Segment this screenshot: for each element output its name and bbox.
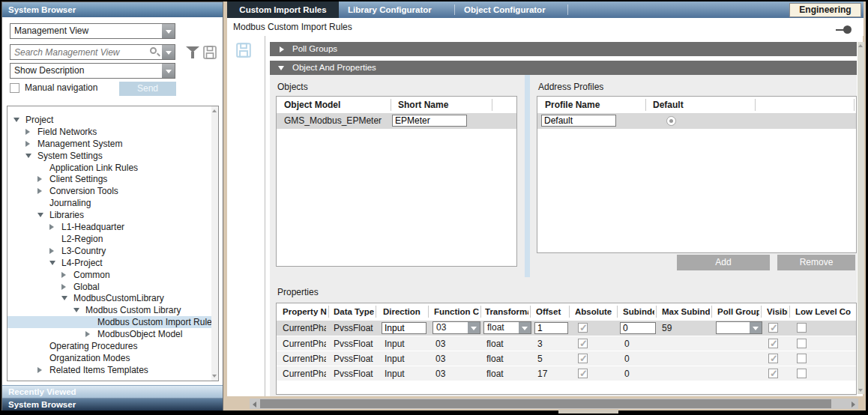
collapse-arrow-icon[interactable]: [37, 188, 42, 194]
scroll-left-icon[interactable]: [253, 402, 256, 408]
expand-arrow-icon[interactable]: [73, 308, 79, 312]
scroll-right-icon[interactable]: [852, 402, 855, 408]
chevron-down-icon[interactable]: [468, 322, 480, 333]
low-level-checkbox[interactable]: [797, 323, 807, 333]
scroll-up-icon[interactable]: [858, 44, 863, 47]
tree-item[interactable]: Global: [7, 281, 218, 293]
tree-item[interactable]: Operating Procedures: [7, 340, 218, 352]
chevron-down-icon[interactable]: [162, 64, 175, 78]
property-row[interactable]: CurrentPha PvssFloat Input 03 float 5 0: [277, 351, 856, 366]
search-input[interactable]: [11, 46, 146, 58]
remove-button[interactable]: Remove: [777, 255, 855, 270]
vertical-scrollbar[interactable]: [858, 42, 864, 394]
description-selector-dropdown[interactable]: Show Description: [10, 63, 175, 79]
short-name-input[interactable]: [392, 115, 467, 127]
absolute-checkbox[interactable]: [578, 339, 588, 348]
expand-arrow-icon[interactable]: [13, 118, 19, 122]
absolute-checkbox[interactable]: [578, 369, 588, 378]
expand-arrow-icon[interactable]: [25, 154, 31, 158]
system-browser-bar[interactable]: System Browser: [2, 398, 223, 411]
chevron-down-icon[interactable]: [519, 322, 531, 333]
tree-item[interactable]: Project: [7, 114, 218, 126]
function-code-dropdown[interactable]: 03: [433, 321, 480, 334]
collapse-arrow-icon[interactable]: [25, 129, 30, 135]
tab-custom-import-rules[interactable]: Custom Import Rules: [227, 1, 339, 18]
tree-item[interactable]: Related Items Templates: [7, 364, 218, 376]
property-row-selected[interactable]: CurrentPha PvssFloat 03 float: [277, 321, 856, 336]
manual-navigation-checkbox[interactable]: [10, 83, 19, 93]
tree-item-selected[interactable]: Modbus Custom Import Rules: [7, 316, 218, 328]
tree-item[interactable]: L1-Headquarter: [7, 221, 218, 233]
section-poll-groups[interactable]: Poll Groups: [270, 42, 857, 56]
tree-item[interactable]: Journaling: [7, 197, 218, 209]
property-row[interactable]: CurrentPha PvssFloat Input 03 float 17 0: [277, 366, 856, 381]
tree-item[interactable]: ModbusCustomLibrary: [7, 292, 218, 304]
low-level-checkbox[interactable]: [797, 339, 807, 348]
collapse-arrow-icon[interactable]: [49, 224, 54, 230]
search-icon[interactable]: [150, 47, 157, 54]
collapse-arrow-icon[interactable]: [25, 141, 30, 147]
collapse-arrow-icon[interactable]: [37, 367, 42, 373]
scroll-down-icon[interactable]: [212, 375, 217, 378]
chevron-down-icon[interactable]: [750, 322, 762, 333]
tree-item[interactable]: Modbus Custom Library: [7, 304, 218, 316]
tree-item[interactable]: Organization Modes: [7, 352, 218, 364]
search-chevron-down-icon[interactable]: [162, 45, 175, 59]
visibility-checkbox[interactable]: [768, 339, 778, 348]
default-profile-radio[interactable]: [666, 116, 676, 126]
collapse-arrow-icon[interactable]: [85, 331, 90, 337]
collapse-arrow-icon[interactable]: [61, 284, 66, 290]
send-button[interactable]: Send: [119, 82, 176, 96]
section-object-and-properties[interactable]: Object And Properties: [270, 61, 857, 75]
pin-icon[interactable]: [843, 25, 852, 34]
property-row[interactable]: CurrentPha PvssFloat Input 03 float 3 0: [277, 336, 856, 351]
expand-arrow-icon[interactable]: [278, 66, 284, 70]
tree-item[interactable]: L2-Region: [7, 233, 218, 245]
tree-item[interactable]: Field Networks: [7, 126, 218, 138]
profile-name-input[interactable]: [541, 115, 616, 127]
tree-item[interactable]: Management System: [7, 138, 218, 150]
subindex-input[interactable]: [620, 322, 656, 334]
collapse-arrow-icon[interactable]: [37, 176, 42, 182]
tree-item[interactable]: ModbusObject Model: [7, 328, 218, 340]
transformation-dropdown[interactable]: float: [483, 321, 531, 334]
offset-input[interactable]: [534, 322, 568, 334]
absolute-checkbox[interactable]: [578, 354, 588, 363]
absolute-checkbox[interactable]: [578, 323, 588, 333]
scrollbar-thumb[interactable]: [260, 399, 831, 408]
tree-item[interactable]: Common: [7, 269, 218, 281]
collapse-arrow-icon[interactable]: [61, 272, 66, 278]
tree-item[interactable]: Client Settings: [7, 173, 218, 185]
group-splitter[interactable]: [525, 75, 530, 277]
tree-item[interactable]: L3-Country: [7, 245, 218, 257]
save-rules-icon[interactable]: [235, 42, 252, 58]
expand-arrow-icon[interactable]: [49, 261, 55, 265]
view-selector-dropdown[interactable]: Management View: [10, 23, 175, 39]
add-button[interactable]: Add: [677, 255, 770, 270]
tree-item[interactable]: Libraries: [7, 209, 218, 221]
filter-icon[interactable]: [186, 46, 199, 59]
search-box[interactable]: [10, 44, 175, 60]
direction-input[interactable]: [382, 322, 427, 334]
tab-library-configurator[interactable]: Library Configurator: [339, 1, 453, 18]
tab-object-configurator[interactable]: Object Configurator: [455, 1, 567, 18]
chevron-down-icon[interactable]: [162, 24, 175, 38]
visibility-checkbox[interactable]: [768, 323, 778, 333]
scroll-up-icon[interactable]: [212, 109, 217, 112]
horizontal-scrollbar[interactable]: [250, 399, 858, 409]
collapse-arrow-icon[interactable]: [280, 46, 284, 52]
expand-arrow-icon[interactable]: [37, 213, 43, 217]
tree-item[interactable]: Application Link Rules: [7, 162, 218, 174]
low-level-checkbox[interactable]: [797, 354, 807, 363]
visibility-checkbox[interactable]: [768, 354, 778, 363]
save-search-icon[interactable]: [202, 45, 217, 60]
expand-arrow-icon[interactable]: [61, 296, 67, 300]
address-profile-row[interactable]: [537, 113, 856, 129]
window-resize-grip[interactable]: [558, 410, 618, 414]
engineering-mode-button[interactable]: Engineering: [789, 3, 861, 17]
tree-scrollbar[interactable]: [211, 106, 218, 381]
objects-row[interactable]: GMS_Modbus_EPMeter: [277, 113, 516, 129]
visibility-checkbox[interactable]: [768, 369, 778, 378]
collapse-arrow-icon[interactable]: [49, 248, 54, 254]
tree-item[interactable]: Conversion Tools: [7, 185, 218, 197]
